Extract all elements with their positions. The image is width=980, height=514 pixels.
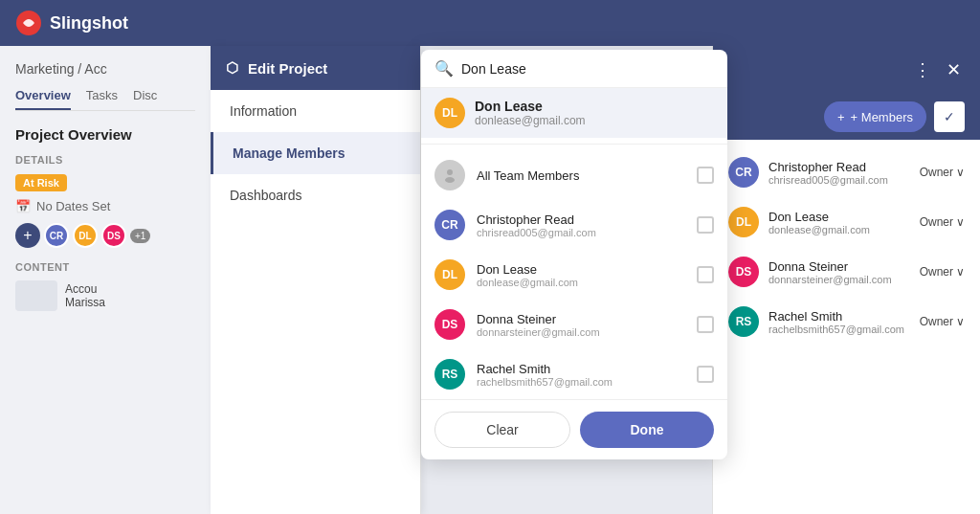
option-email: donnarsteiner@gmail.com	[477, 326, 685, 338]
top-bar: Slingshot	[0, 0, 980, 46]
checkbox[interactable]	[697, 216, 714, 234]
search-input[interactable]	[461, 61, 714, 77]
all-team-icon	[434, 160, 465, 190]
logo-area: Slingshot	[15, 10, 128, 36]
right-panel-header: ⋮ ✕	[713, 46, 980, 94]
members-row: + CR DL DS +1	[15, 223, 195, 248]
tab-disc[interactable]: Disc	[133, 88, 157, 110]
member-info: Rachel Smith rachelbsmith657@gmail.com	[768, 309, 910, 335]
role-dropdown[interactable]: Owner ∨	[920, 265, 965, 279]
member-row: RS Rachel Smith rachelbsmith657@gmail.co…	[713, 297, 980, 346]
content-thumbnail	[15, 280, 57, 311]
edit-project-header: ⬡ Edit Project	[211, 46, 420, 90]
avatar: DL	[73, 223, 98, 248]
option-info: Christopher Read chrisread005@gmail.com	[477, 212, 685, 238]
clear-button[interactable]: Clear	[434, 412, 570, 448]
option-info: Donna Steiner donnarsteiner@gmail.com	[477, 312, 685, 338]
option-don[interactable]: DL Don Lease donlease@gmail.com	[421, 250, 727, 300]
member-email: chrisread005@gmail.com	[768, 174, 910, 186]
avatar: CR	[434, 210, 465, 240]
members-button[interactable]: + + Members	[824, 101, 926, 132]
option-all-team[interactable]: All Team Members	[421, 150, 727, 200]
member-info: Christopher Read chrisread005@gmail.com	[768, 160, 910, 186]
details-label: DETAILS	[15, 154, 195, 166]
tab-overview[interactable]: Overview	[15, 88, 71, 110]
chevron-icon: ∨	[956, 166, 965, 179]
option-christopher[interactable]: CR Christopher Read chrisread005@gmail.c…	[421, 200, 727, 250]
search-result-highlight[interactable]: DL Don Lease donlease@gmail.com	[421, 88, 727, 138]
avatar: DL	[728, 207, 759, 237]
check-icon: ✓	[944, 109, 955, 124]
search-input-row: 🔍	[421, 50, 727, 88]
checkbox[interactable]	[697, 167, 714, 184]
no-dates: 📅 No Dates Set	[15, 199, 195, 213]
avatar: RS	[728, 306, 759, 337]
option-info: Rachel Smith rachelbsmith657@gmail.com	[477, 362, 685, 388]
close-icon[interactable]: ✕	[943, 56, 965, 84]
calendar-icon: 📅	[15, 199, 31, 213]
project-area: Marketing / Acc Overview Tasks Disc Proj…	[0, 46, 211, 514]
done-button[interactable]: Done	[580, 412, 714, 448]
check-button[interactable]: ✓	[934, 101, 965, 132]
member-row: CR Christopher Read chrisread005@gmail.c…	[713, 147, 980, 197]
member-email: rachelbsmith657@gmail.com	[768, 324, 910, 335]
modal-footer: Clear Done	[421, 399, 727, 459]
role-dropdown[interactable]: Owner ∨	[920, 215, 965, 229]
nav-manage-members[interactable]: Manage Members	[211, 132, 420, 174]
member-info: Don Lease donlease@gmail.com	[768, 210, 910, 235]
avatar: CR	[728, 157, 759, 188]
option-name: Donna Steiner	[477, 312, 685, 326]
add-member-button[interactable]: +	[15, 223, 40, 248]
more-icon[interactable]: ⋮	[910, 56, 935, 84]
avatar: DS	[434, 309, 465, 340]
layers-icon: ⬡	[226, 59, 238, 77]
option-name: Don Lease	[477, 262, 685, 277]
result-email: donlease@gmail.com	[475, 114, 586, 127]
content-info: Accou Marissa	[65, 282, 105, 309]
status-badge: At Risk	[15, 174, 67, 191]
member-count-badge: +1	[130, 229, 150, 243]
option-email: donlease@gmail.com	[477, 277, 685, 288]
result-name: Don Lease	[475, 99, 586, 114]
slingshot-logo-icon	[15, 10, 42, 36]
avatar: DL	[434, 98, 465, 128]
avatar: DS	[728, 257, 759, 287]
panel-icons: ⋮ ✕	[910, 56, 965, 84]
nav-information[interactable]: Information	[211, 90, 420, 132]
member-row: DL Don Lease donlease@gmail.com Owner ∨	[713, 197, 980, 247]
option-email: chrisread005@gmail.com	[477, 227, 685, 238]
project-title: Project Overview	[15, 126, 195, 143]
member-email: donlease@gmail.com	[768, 224, 910, 235]
role-dropdown[interactable]: Owner ∨	[920, 166, 965, 179]
chevron-icon: ∨	[956, 265, 965, 279]
tab-tasks[interactable]: Tasks	[86, 88, 118, 110]
option-rachel[interactable]: RS Rachel Smith rachelbsmith657@gmail.co…	[421, 349, 727, 399]
svg-point-1	[447, 169, 453, 175]
edit-project-title: Edit Project	[248, 60, 327, 77]
option-info: Don Lease donlease@gmail.com	[477, 262, 685, 288]
main-area: Marketing / Acc Overview Tasks Disc Proj…	[0, 46, 980, 514]
avatar: RS	[434, 359, 465, 390]
option-donna[interactable]: DS Donna Steiner donnarsteiner@gmail.com	[421, 300, 727, 349]
avatar: DS	[101, 223, 126, 248]
content-label: CONTENT	[15, 261, 195, 273]
content-item: Accou Marissa	[15, 280, 195, 311]
checkbox[interactable]	[697, 316, 714, 333]
option-info: All Team Members	[477, 168, 685, 183]
highlight-info: Don Lease donlease@gmail.com	[475, 99, 586, 127]
option-email: rachelbsmith657@gmail.com	[477, 376, 685, 388]
divider	[421, 144, 727, 145]
avatar: CR	[44, 223, 69, 248]
member-info: Donna Steiner donnarsteiner@gmail.com	[768, 259, 910, 285]
right-panel: ⋮ ✕ + + Members ✓ CR Christopher Read ch…	[712, 46, 980, 514]
checkbox[interactable]	[697, 366, 714, 383]
role-dropdown[interactable]: Owner ∨	[920, 315, 965, 328]
search-modal: 🔍 DL Don Lease donlease@gmail.com All Te…	[421, 50, 727, 459]
nav-dashboards[interactable]: Dashboards	[211, 174, 420, 216]
app-name: Slingshot	[50, 13, 128, 34]
member-name: Don Lease	[768, 210, 910, 224]
svg-point-2	[445, 177, 455, 183]
member-name: Christopher Read	[768, 160, 910, 174]
checkbox[interactable]	[697, 266, 714, 283]
member-list: CR Christopher Read chrisread005@gmail.c…	[713, 140, 980, 354]
